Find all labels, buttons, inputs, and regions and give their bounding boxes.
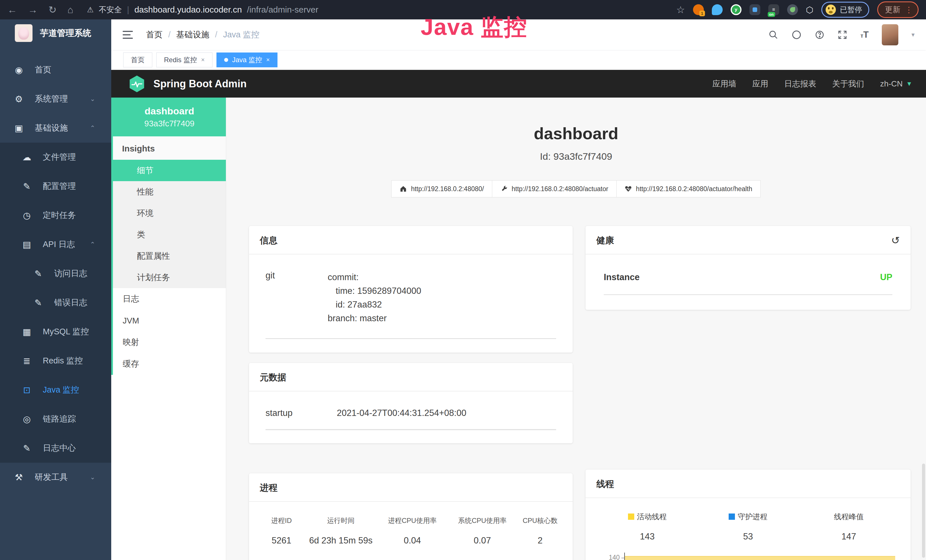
sidebar-item-scheduled-tasks[interactable]: ◷ 定时任务 bbox=[0, 201, 111, 230]
fullscreen-icon[interactable] bbox=[838, 30, 847, 40]
github-icon[interactable] bbox=[791, 30, 802, 40]
back-icon[interactable]: ← bbox=[8, 4, 17, 15]
breadcrumb: 首页 / 基础设施 / Java 监控 bbox=[146, 29, 259, 41]
sidebar-item-home[interactable]: ◉ 首页 bbox=[0, 55, 111, 85]
startup-timestamp: 2021-04-27T00:44:31.254+08:00 bbox=[337, 408, 466, 418]
bookmark-star-icon[interactable]: ☆ bbox=[676, 4, 685, 15]
user-avatar[interactable] bbox=[882, 24, 898, 45]
service-url-button[interactable]: http://192.168.0.2:48080/ bbox=[391, 180, 492, 197]
user-menu-caret-icon[interactable]: ▾ bbox=[911, 31, 915, 38]
tab-redis-monitor[interactable]: Redis 监控 × bbox=[156, 53, 212, 67]
url-domain[interactable]: dashboard.yudao.iocoder.cn bbox=[134, 5, 242, 15]
chevron-down-icon: ⌄ bbox=[90, 474, 95, 481]
tools-icon: ⚒ bbox=[13, 472, 24, 483]
sidebar-item-config-management[interactable]: ✎ 配置管理 bbox=[0, 172, 111, 201]
sba-nav-wallboard[interactable]: 应用墙 bbox=[713, 79, 736, 89]
sidebar-item-system[interactable]: ⚙ 系统管理 ⌄ bbox=[0, 85, 111, 114]
sba-nav-about[interactable]: 关于我们 bbox=[832, 79, 864, 89]
nav-item-logs[interactable]: 日志 bbox=[113, 288, 226, 310]
scrollbar[interactable] bbox=[922, 463, 925, 558]
dashboard-icon: ◉ bbox=[13, 65, 24, 75]
extension-icon-2[interactable] bbox=[712, 4, 723, 15]
extension-icon-4[interactable] bbox=[749, 4, 760, 15]
nav-item-scheduled-tasks[interactable]: 计划任务 bbox=[113, 267, 226, 288]
extensions-puzzle-icon[interactable]: ⬡ bbox=[806, 5, 813, 15]
live-threads-value: 143 bbox=[597, 531, 698, 542]
nav-item-jvm[interactable]: JVM bbox=[113, 310, 226, 331]
tab-bar: 首页 Redis 监控 × Java 监控 × bbox=[111, 50, 926, 70]
sidebar-item-mysql-monitor[interactable]: ▦ MySQL 监控 bbox=[0, 317, 111, 346]
process-id: 5261 bbox=[259, 536, 304, 546]
health-url-button[interactable]: http://192.168.0.2:48080/actuator/health bbox=[616, 180, 761, 197]
sba-nav-applications[interactable]: 应用 bbox=[752, 79, 768, 89]
history-icon[interactable]: ↺ bbox=[891, 235, 900, 247]
font-size-icon[interactable]: тT bbox=[860, 30, 869, 40]
daemon-threads-value: 53 bbox=[698, 531, 798, 542]
sidebar-item-infrastructure[interactable]: ▣ 基础设施 ⌃ bbox=[0, 114, 111, 143]
breadcrumb-infrastructure[interactable]: 基础设施 bbox=[176, 29, 209, 41]
hamburger-icon[interactable] bbox=[123, 31, 133, 39]
nav-item-environment[interactable]: 环境 bbox=[113, 203, 226, 224]
close-icon[interactable]: × bbox=[201, 56, 205, 64]
sidebar-item-api-logs[interactable]: ▤ API 日志 ⌃ bbox=[0, 230, 111, 259]
extension-icon-5[interactable]: ≡on bbox=[768, 4, 779, 15]
language-selector[interactable]: zh-CN ▼ bbox=[880, 79, 912, 88]
nav-item-classes[interactable]: 类 bbox=[113, 224, 226, 245]
tab-home[interactable]: 首页 bbox=[123, 53, 152, 67]
paused-label: 已暂停 bbox=[840, 5, 862, 15]
git-commit-details: commit: time: 1596289704000 id: 27aa832 … bbox=[328, 271, 421, 325]
actuator-url-button[interactable]: http://192.168.0.2:48080/actuator bbox=[492, 180, 617, 197]
nav-item-metrics[interactable]: 性能 bbox=[113, 181, 226, 203]
sidebar-item-dev-tools[interactable]: ⚒ 研发工具 ⌄ bbox=[0, 463, 111, 492]
browser-update-button[interactable]: 更新 ⋮ bbox=[877, 2, 918, 18]
insights-section-title: Insights bbox=[113, 136, 226, 160]
extension-icon-1[interactable]: 1 bbox=[693, 4, 704, 15]
access-log-icon: ✎ bbox=[33, 268, 44, 279]
search-icon[interactable] bbox=[769, 30, 778, 40]
sba-brand-title: Spring Boot Admin bbox=[153, 78, 247, 90]
help-icon[interactable] bbox=[815, 30, 825, 40]
threads-card-title: 线程 bbox=[596, 478, 614, 490]
sidebar-item-java-monitor[interactable]: ⊡ Java 监控 bbox=[0, 375, 111, 404]
browser-menu-icon[interactable]: ⋮ bbox=[905, 5, 913, 15]
profile-paused-badge[interactable]: 已暂停 bbox=[822, 2, 869, 18]
nav-item-config-props[interactable]: 配置属性 bbox=[113, 245, 226, 267]
health-card: 健康 ↺ Instance UP bbox=[586, 226, 911, 310]
sba-nav-journal[interactable]: 日志报表 bbox=[784, 79, 816, 89]
reload-icon[interactable]: ↻ bbox=[48, 4, 57, 15]
wrench-icon bbox=[500, 185, 508, 192]
extension-icon-6[interactable] bbox=[787, 4, 798, 15]
security-label[interactable]: 不安全 bbox=[99, 5, 122, 15]
address-bar[interactable]: ⚠ 不安全 | dashboard.yudao.iocoder.cn/infra… bbox=[87, 5, 318, 15]
tab-java-monitor[interactable]: Java 监控 × bbox=[216, 53, 277, 67]
instance-id: 93a3fc7f7409 bbox=[144, 119, 195, 129]
threads-card: 线程 活动线程 守护进程 线程峰值 143 bbox=[586, 469, 911, 560]
extension-icon-3[interactable]: y bbox=[731, 4, 741, 15]
nav-item-details[interactable]: 细节 bbox=[113, 160, 226, 181]
sidebar-item-file-management[interactable]: ☁ 文件管理 bbox=[0, 143, 111, 172]
nav-item-mappings[interactable]: 映射 bbox=[113, 331, 226, 353]
process-table-values: 5261 6d 23h 15m 59s 0.04 0.07 2 bbox=[259, 536, 563, 546]
url-path[interactable]: /infra/admin-server bbox=[247, 5, 318, 15]
sba-sidebar: dashboard 93a3fc7f7409 Insights 细节 性能 环境… bbox=[111, 98, 226, 560]
nav-item-caches[interactable]: 缓存 bbox=[113, 353, 226, 375]
breadcrumb-home[interactable]: 首页 bbox=[146, 29, 163, 41]
forward-icon[interactable]: → bbox=[28, 4, 38, 15]
sidebar-item-access-logs[interactable]: ✎ 访问日志 bbox=[0, 259, 111, 288]
instance-header[interactable]: dashboard 93a3fc7f7409 bbox=[113, 98, 226, 136]
chevron-down-icon: ⌄ bbox=[90, 95, 95, 103]
sidebar-item-tracing[interactable]: ◎ 链路追踪 bbox=[0, 404, 111, 434]
sidebar-item-log-center[interactable]: ✎ 日志中心 bbox=[0, 434, 111, 463]
status-badge: UP bbox=[880, 272, 892, 282]
home-icon[interactable]: ⌂ bbox=[68, 4, 74, 15]
sidebar-item-redis-monitor[interactable]: ≣ Redis 监控 bbox=[0, 346, 111, 375]
peak-threads-value: 147 bbox=[799, 531, 899, 542]
sidebar-item-error-logs[interactable]: ✎ 错误日志 bbox=[0, 288, 111, 317]
app-logo-row[interactable]: 芋道管理系统 bbox=[0, 20, 111, 47]
close-icon[interactable]: × bbox=[266, 56, 270, 64]
chevron-up-icon: ⌃ bbox=[90, 124, 95, 132]
live-threads-area bbox=[625, 556, 895, 560]
database-icon: ▦ bbox=[21, 327, 33, 337]
process-table-header: 进程ID 运行时间 进程CPU使用率 系统CPU使用率 CPU核心数 bbox=[259, 516, 563, 525]
address-separator: | bbox=[127, 5, 129, 15]
